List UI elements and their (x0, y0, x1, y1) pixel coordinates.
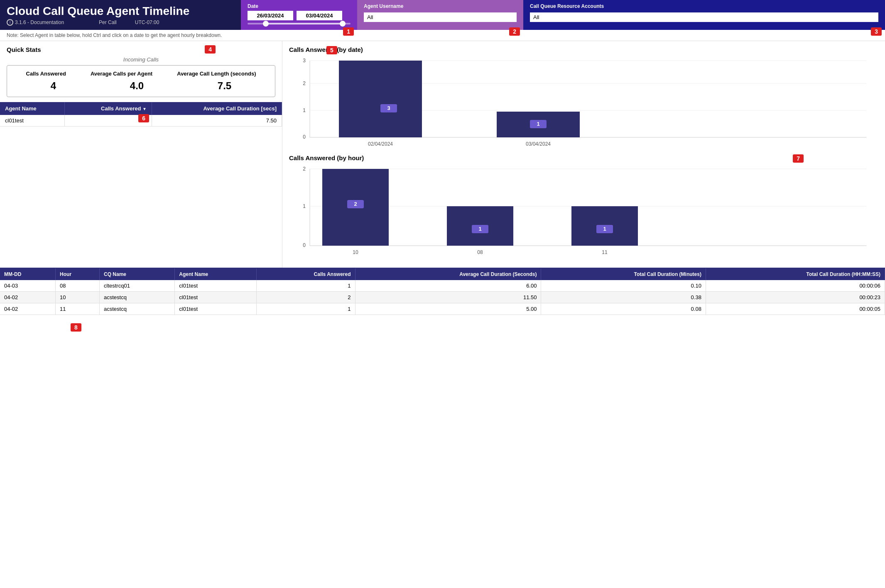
svg-text:1: 1 (303, 203, 306, 209)
bt-hour: 08 (56, 280, 100, 292)
bottom-th-hour: Hour (56, 268, 100, 280)
bt-agent-name: cl01test (175, 291, 257, 303)
date-start-input[interactable] (248, 11, 293, 20)
bar-date-1[interactable] (339, 61, 422, 137)
bottom-table-header-row: MM-DD Hour CQ Name Agent Name Calls Answ… (0, 268, 885, 280)
svg-text:11: 11 (602, 249, 608, 255)
date-filter: Date 1 (241, 0, 357, 30)
bt-cq-name: cltestrcq01 (100, 280, 175, 292)
bottom-th-calls: Calls Answered (256, 268, 355, 280)
svg-text:1: 1 (303, 107, 306, 113)
main-content: Quick Stats Incoming Calls Calls Answere… (0, 41, 885, 268)
bt-mmdd: 04-03 (0, 280, 56, 292)
bt-total-hhmmss: 00:00:06 (706, 280, 885, 292)
stats-box: Calls Answered Average Calls per Agent A… (7, 65, 275, 97)
header-info-row: i 3.1.6 - Documentation Per Call UTC-07:… (7, 19, 234, 26)
bt-calls-answered: 1 (256, 280, 355, 292)
stats-headers: Calls Answered Average Calls per Agent A… (14, 71, 268, 77)
sort-arrow-calls[interactable]: ▼ (142, 107, 147, 111)
badge-4: 4 (205, 45, 216, 54)
svg-text:0: 0 (303, 242, 306, 248)
badge-1: 1 (343, 27, 354, 36)
incoming-calls-label: Incoming Calls (7, 56, 275, 63)
agent-table-header-row: Agent Name Calls Answered ▼ Average Call… (0, 102, 282, 115)
date-slider-track[interactable] (248, 23, 351, 24)
svg-text:1: 1 (478, 226, 481, 232)
chart-by-date-container: 0 1 2 3 3 02/04/2024 (289, 56, 878, 148)
bt-mmdd: 04-02 (0, 291, 56, 303)
badge-6: 6 (138, 114, 149, 122)
bt-avg-duration: 11.50 (355, 291, 541, 303)
header: Cloud Call Queue Agent Timeline i 3.1.6 … (0, 0, 885, 30)
cq-select-wrapper: All (530, 11, 878, 22)
bottom-table: MM-DD Hour CQ Name Agent Name Calls Answ… (0, 268, 885, 315)
chart-by-date-section: Calls Answered (by date) 5 0 1 2 (289, 46, 878, 148)
agent-select-wrapper: All (364, 11, 517, 22)
chart-by-hour-svg: 0 1 2 2 10 1 08 (289, 165, 878, 256)
bt-mmdd: 04-02 (0, 303, 56, 315)
cq-filter-label: Call Queue Resource Accounts (530, 3, 878, 9)
chart-by-hour-container: 0 1 2 2 10 1 08 (289, 165, 878, 256)
bottom-table-row[interactable]: 04-02 11 acstestcq cl01test 1 5.00 0.08 … (0, 303, 885, 315)
stat-value-avg-calls: 4.0 (130, 80, 144, 92)
bottom-th-mmdd: MM-DD (0, 268, 56, 280)
app-title: Cloud Call Queue Agent Timeline (7, 4, 234, 18)
stats-values: 4 4.0 7.5 (14, 80, 268, 92)
bt-calls-answered: 1 (256, 303, 355, 315)
bt-agent-name: cl01test (175, 280, 257, 292)
svg-text:0: 0 (303, 134, 306, 140)
stat-value-avg-length: 7.5 (218, 80, 231, 92)
bottom-th-avg-dur: Average Call Duration (Seconds) (355, 268, 541, 280)
bt-cq-name: acstestcq (100, 303, 175, 315)
svg-text:3: 3 (387, 105, 390, 111)
bt-avg-duration: 6.00 (355, 280, 541, 292)
badge-5: 5 (326, 46, 337, 54)
agent-table-th-name: Agent Name (0, 102, 65, 115)
agent-filter: Agent Username All 2 (357, 0, 523, 30)
left-panel: Quick Stats Incoming Calls Calls Answere… (0, 41, 282, 268)
bt-total-minutes: 0.10 (541, 280, 706, 292)
svg-text:10: 10 (353, 249, 358, 255)
agent-filter-label: Agent Username (364, 3, 517, 9)
badge-7: 7 (793, 154, 804, 163)
chart-by-date-svg: 0 1 2 3 3 02/04/2024 (289, 56, 878, 148)
bottom-th-cq: CQ Name (100, 268, 175, 280)
date-end-input[interactable] (297, 11, 342, 20)
badge-8: 8 (71, 323, 81, 332)
version-label: 3.1.6 - Documentation (15, 20, 64, 25)
bt-total-hhmmss: 00:00:23 (706, 291, 885, 303)
note-text: Note: Select Agent in table below, hold … (7, 32, 222, 38)
svg-text:2: 2 (354, 201, 357, 207)
agent-select[interactable]: All (364, 12, 517, 22)
per-call-label: Per Call (99, 20, 117, 25)
bt-cq-name: acstestcq (100, 291, 175, 303)
bottom-th-agent: Agent Name (175, 268, 257, 280)
cq-select[interactable]: All (530, 12, 878, 22)
info-icon: i (7, 19, 13, 26)
utc-label: UTC-07:00 (135, 20, 159, 25)
bottom-table-row[interactable]: 04-02 10 acstestcq cl01test 2 11.50 0.38… (0, 291, 885, 303)
stat-header-avg-calls: Average Calls per Agent (91, 71, 152, 77)
svg-text:2: 2 (303, 81, 306, 86)
svg-text:1: 1 (537, 121, 539, 127)
header-title-area: Cloud Call Queue Agent Timeline i 3.1.6 … (0, 0, 241, 30)
quick-stats-section: Quick Stats Incoming Calls Calls Answere… (0, 41, 282, 102)
bottom-table-area: 8 MM-DD Hour CQ Name Agent Name Calls An… (0, 268, 885, 315)
agent-avg-duration: 7.50 (152, 115, 282, 127)
agent-name: cl01test (0, 115, 65, 127)
agent-table-th-calls: Calls Answered ▼ (65, 102, 152, 115)
chart-by-hour-section: Calls Answered (by hour) 7 0 1 2 2 10 (289, 154, 878, 256)
date-inputs (248, 11, 351, 20)
bt-agent-name: cl01test (175, 303, 257, 315)
stat-header-calls-answered: Calls Answered (26, 71, 66, 77)
agent-table-th-duration: Average Call Duration [secs] (152, 102, 282, 115)
bottom-table-row[interactable]: 04-03 08 cltestrcq01 cl01test 1 6.00 0.1… (0, 280, 885, 292)
bt-total-minutes: 0.08 (541, 303, 706, 315)
date-filter-label: Date (248, 3, 351, 9)
bt-total-hhmmss: 00:00:05 (706, 303, 885, 315)
stat-value-calls-answered: 4 (51, 80, 56, 92)
bottom-th-total-min: Total Call Duration (Minutes) (541, 268, 706, 280)
stat-header-avg-length: Average Call Length (seconds) (177, 71, 256, 77)
bt-calls-answered: 2 (256, 291, 355, 303)
right-panel: Calls Answered (by date) 5 0 1 2 (282, 41, 885, 268)
